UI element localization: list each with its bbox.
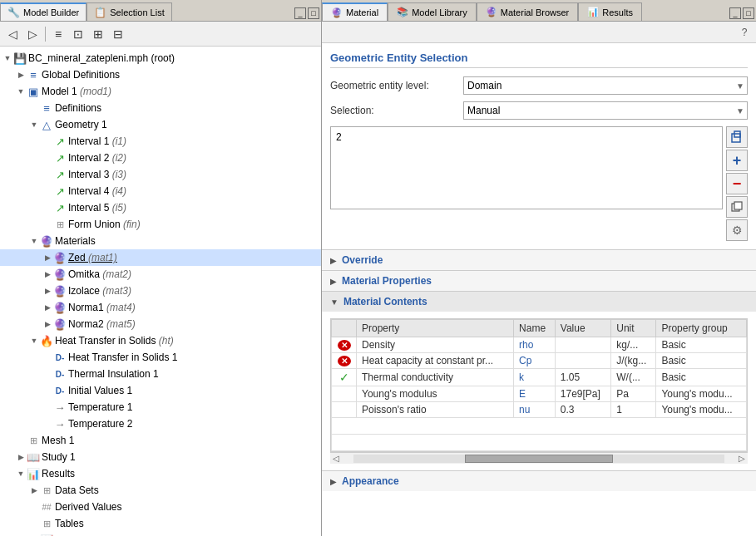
tab-material[interactable]: 🔮 Material [322,2,388,21]
thermal-value: 1.05 [555,369,610,386]
tab-model-library[interactable]: 📚 Model Library [388,2,477,21]
tree-container[interactable]: ▼ 💾 BC_mineral_zatepleni.mph (root) ▶ ≡ … [0,47,321,536]
tree-item-tables[interactable]: ▶ ⊞ Tables [0,515,321,532]
interval4-label: Interval 4 (i4) [68,185,126,197]
interval3-icon: ↗ [53,168,67,181]
selection-list-box[interactable]: 2 [330,126,723,209]
tables-label: Tables [55,518,84,529]
tree-item-norma1[interactable]: ▶ 🔮 Norma1 (mat4) [0,299,321,316]
global-defs-toggle[interactable]: ▶ [15,69,27,81]
izolace-label: Izolace (mat3) [68,285,131,297]
tree-item-initial-vals[interactable]: ▶ D- Initial Values 1 [0,382,321,399]
root-toggle[interactable]: ▼ [2,52,13,64]
entity-level-select[interactable]: Domain [463,76,748,95]
tree-btn1[interactable]: ⊞ [89,25,107,43]
tree-item-temp2[interactable]: ▶ → Temperature 2 [0,416,321,432]
tree-item-interval3[interactable]: ▶ ↗ Interval 3 (i3) [0,166,321,183]
tree-item-derived[interactable]: ▶ ## Derived Values [0,499,321,515]
appearance-header[interactable]: ▶ Appearance [322,470,756,491]
results-tab-icon: 📊 [587,7,599,17]
tree-item-geometry1[interactable]: ▼ △ Geometry 1 [0,116,321,133]
left-minimize-btn[interactable]: _ [294,7,306,19]
tree-item-zed[interactable]: ▶ 🔮 Zed (mat1) [0,249,321,266]
tree-item-izolace[interactable]: ▶ 🔮 Izolace (mat3) [0,283,321,299]
table-row-heat-capacity[interactable]: ✕ Heat capacity at constant pr... Cp J/(… [332,353,747,369]
table-row-thermal-conductivity[interactable]: ✓ Thermal conductivity k 1.05 W/(... Bas… [332,369,747,386]
izolace-toggle[interactable]: ▶ [42,285,53,297]
left-restore-btn[interactable]: □ [308,7,319,19]
tree-item-materials[interactable]: ▼ 🔮 Materials [0,233,321,249]
tree-item-heat-transfer[interactable]: ▼ 🔥 Heat Transfer in Solids (ht) [0,332,321,349]
tree-item-mesh1[interactable]: ▶ ⊞ Mesh 1 [0,432,321,449]
datasets-toggle[interactable]: ▶ [28,484,40,496]
select-from-graphics-btn[interactable] [726,126,748,148]
tree-root[interactable]: ▼ 💾 BC_mineral_zatepleni.mph (root) [0,50,321,66]
tree-item-datasets[interactable]: ▶ ⊞ Data Sets [0,482,321,499]
material-props-header[interactable]: ▶ Material Properties [322,270,756,291]
datasets-icon: ⊞ [40,484,53,497]
tree-item-form-union[interactable]: ▶ ⊞ Form Union (fin) [0,216,321,233]
appearance-title: Appearance [342,475,399,487]
materials-toggle[interactable]: ▼ [28,235,40,247]
help-btn[interactable]: ? [736,24,753,41]
back-btn[interactable]: ◁ [3,25,22,43]
tab-selection-list[interactable]: 📋 Selection List [86,2,171,21]
material-table-scroll[interactable]: Property Name Value Unit Property group [330,318,748,452]
material-contents-header[interactable]: ▼ Material Contents [322,291,756,312]
results-toggle[interactable]: ▼ [15,468,27,479]
tree-item-omitka[interactable]: ▶ 🔮 Omitka (mat2) [0,266,321,283]
settings-selection-btn[interactable]: ⚙ [726,219,748,241]
right-restore-btn[interactable]: □ [743,7,754,19]
table-hscroll[interactable]: ◁ ▷ [330,452,748,464]
tab-selection-list-label: Selection List [110,7,164,17]
table-row-density[interactable]: ✕ Density rho kg/... Basic [332,337,747,353]
collapse-all-btn[interactable]: ≡ [49,25,67,43]
tree-item-interval1[interactable]: ▶ ↗ Interval 1 (i1) [0,133,321,150]
tree-btn2[interactable]: ⊟ [109,25,127,43]
scroll-right-btn[interactable]: ▷ [736,454,748,463]
tree-item-norma2[interactable]: ▶ 🔮 Norma2 (mat5) [0,316,321,332]
table-row-poissons-ratio[interactable]: Poisson's ratio nu 0.3 1 Young's modu... [332,402,747,418]
tree-item-interval2[interactable]: ▶ ↗ Interval 2 (i2) [0,150,321,166]
tree-item-temperature-ht[interactable]: ▶ 📈 Temperature (ht) [0,532,321,536]
tree-item-ht-solids1[interactable]: ▶ D- Heat Transfer in Solids 1 [0,349,321,366]
tree-item-interval5[interactable]: ▶ ↗ Interval 5 (i5) [0,199,321,216]
tree-item-global-defs[interactable]: ▶ ≡ Global Definitions [0,66,321,83]
geometry1-icon: △ [40,118,53,131]
tree-item-model1[interactable]: ▼ ▣ Model 1 (mod1) [0,83,321,100]
study1-toggle[interactable]: ▶ [15,451,27,463]
hscroll-thumb[interactable] [465,455,613,463]
tab-material-browser[interactable]: 🔮 Material Browser [477,2,579,21]
forward-btn[interactable]: ▷ [23,25,42,43]
tree-item-definitions[interactable]: ▶ ≡ Definitions [0,100,321,116]
table-row-youngs-modulus[interactable]: Young's modulus E 17e9[Pa] Pa Young's mo… [332,386,747,402]
interval5-icon: ↗ [53,201,67,214]
add-to-selection-btn[interactable]: + [726,150,748,171]
expand-btn[interactable]: ⊡ [69,25,87,43]
tree-item-study1[interactable]: ▶ 📖 Study 1 [0,449,321,465]
override-header[interactable]: ▶ Override [322,249,756,270]
copy-selection-btn[interactable] [726,196,748,218]
zed-toggle[interactable]: ▶ [42,252,53,263]
tree-item-temp1[interactable]: ▶ → Temperature 1 [0,399,321,416]
omitka-toggle[interactable]: ▶ [42,268,53,280]
norma1-toggle[interactable]: ▶ [42,302,53,313]
model1-toggle[interactable]: ▼ [15,86,27,97]
material-props-arrow: ▶ [330,277,337,286]
geometry1-toggle[interactable]: ▼ [28,119,40,130]
tree-item-interval4[interactable]: ▶ ↗ Interval 4 (i4) [0,183,321,199]
heat-transfer-toggle[interactable]: ▼ [28,335,40,347]
svg-rect-3 [734,202,742,209]
norma2-toggle[interactable]: ▶ [42,318,53,330]
interval3-label: Interval 3 (i3) [68,169,126,180]
tree-item-results[interactable]: ▼ 📊 Results [0,465,321,482]
tab-results[interactable]: 📊 Results [578,2,642,21]
tab-model-builder[interactable]: 🔧 Model Builder [0,2,86,21]
right-minimize-btn[interactable]: _ [729,7,741,19]
tree-item-thermal-ins[interactable]: ▶ D- Thermal Insulation 1 [0,366,321,382]
scroll-left-btn[interactable]: ◁ [330,454,342,463]
selection-list-icon: 📋 [94,7,106,18]
temp1-label: Temperature 1 [68,401,132,413]
selection-select[interactable]: Manual [463,101,748,120]
remove-from-selection-btn[interactable]: − [726,173,748,194]
